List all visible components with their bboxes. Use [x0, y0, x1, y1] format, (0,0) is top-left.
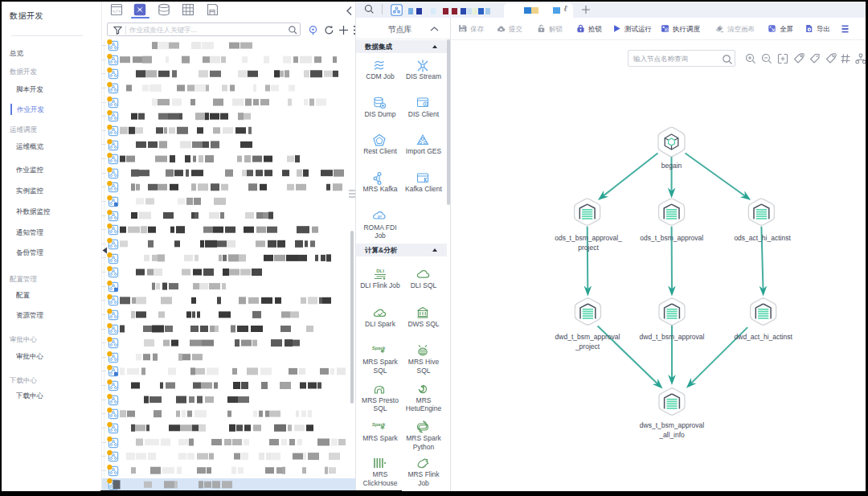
svg-text:DLI: DLI — [376, 268, 384, 273]
